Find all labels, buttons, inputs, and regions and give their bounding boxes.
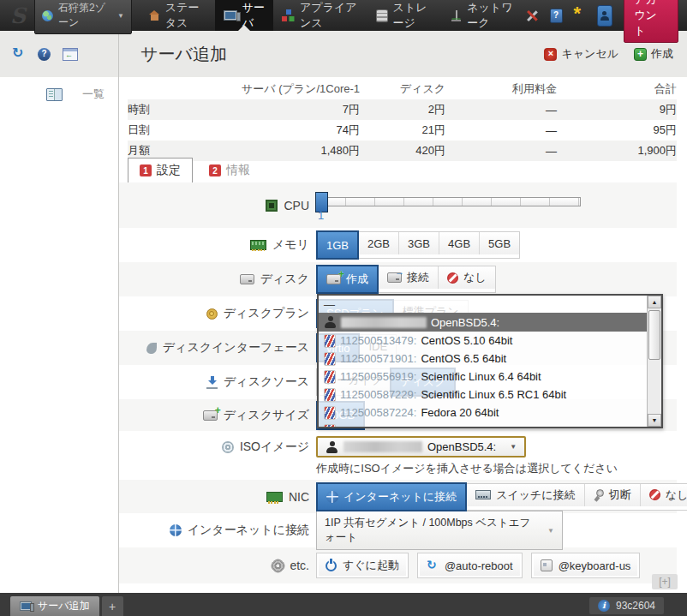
cpu-value: 1	[318, 209, 324, 222]
plug-icon	[594, 489, 604, 501]
cell: 420円	[360, 143, 445, 158]
form-row-cpu: CPU 1	[119, 182, 677, 228]
col-header-disk: ディスク	[360, 81, 445, 97]
tab-label: 設定	[157, 163, 181, 178]
disk-option-create[interactable]: 作成	[316, 265, 379, 294]
scroll-down-arrow[interactable]: ▼	[648, 414, 661, 427]
info-icon[interactable]	[598, 600, 610, 612]
create-label: 作成	[651, 46, 673, 62]
sidebar-item-list[interactable]: 一覧	[0, 77, 118, 111]
memory-option-2gb[interactable]: 2GB	[358, 232, 398, 254]
cpu-slider-track	[317, 198, 580, 206]
keyboard-us-button[interactable]: @keyboard-us	[531, 553, 641, 578]
refresh-icon[interactable]	[12, 47, 26, 61]
disk-connect-icon	[387, 272, 402, 283]
form-row-etc: etc. すぐに起動 @auto-reboot @keyboard-us	[119, 547, 677, 583]
disk-size-icon	[203, 410, 218, 421]
toolbar: サーバ追加 キャンセル 作成	[0, 31, 687, 77]
switch-icon	[475, 490, 491, 499]
manual-icon[interactable]	[550, 9, 563, 23]
nav-label: ステータス	[165, 0, 206, 31]
nav-label: ストレージ	[393, 0, 434, 31]
plus-icon	[634, 48, 647, 61]
memory-option-5gb[interactable]: 5GB	[479, 232, 519, 254]
nav-item-status[interactable]: ステータス	[140, 0, 215, 31]
no-entry-icon	[447, 272, 458, 284]
power-icon	[326, 560, 337, 571]
disk-option-connect[interactable]: 接続	[378, 266, 438, 289]
back-window-icon[interactable]	[63, 48, 78, 61]
cpu-slider[interactable]: 1	[316, 197, 581, 206]
memory-option-3gb[interactable]: 3GB	[398, 232, 439, 254]
bottom-bar: サーバ追加 + 93c2604	[0, 593, 687, 616]
bottom-tab-add-server[interactable]: サーバ追加	[10, 596, 99, 616]
list-book-icon	[46, 88, 63, 101]
memory-option-1gb[interactable]: 1GB	[316, 230, 359, 260]
memory-option-4gb[interactable]: 4GB	[439, 232, 479, 254]
iso-note: 作成時にISOイメージを挿入させる場合は選択してください	[316, 461, 618, 476]
dropdown-scrollbar[interactable]: ▲ ▼	[647, 296, 661, 427]
nav-item-network[interactable]: ネットワーク	[442, 0, 525, 31]
sidebar-item-label: 一覧	[82, 87, 105, 102]
nav-item-storage[interactable]: ストレージ	[367, 0, 443, 31]
nav-item-server[interactable]: サーバ	[215, 0, 273, 31]
dropdown-option-openbsd[interactable]: OpenBSD5.4	[319, 313, 648, 332]
auto-reboot-button[interactable]: @auto-reboot	[417, 553, 523, 578]
cell: 21円	[360, 123, 445, 138]
create-button[interactable]: 作成	[634, 46, 673, 62]
iso-image-select[interactable]: OpenBSD5.4 ▼	[316, 436, 526, 458]
disk-plan-label: ディスクプラン	[224, 306, 309, 321]
new-tab-button[interactable]: +	[102, 596, 123, 616]
nic-option-switch[interactable]: スイッチに接続	[466, 484, 584, 506]
account-button[interactable]: アカウント	[624, 0, 678, 43]
home-icon	[149, 10, 160, 21]
dropdown-option-sl65rc1[interactable]: 112500587229 Scientific Linux 6.5 RC1 64…	[319, 386, 648, 404]
tab-settings[interactable]: 1 設定	[128, 158, 193, 183]
server-icon	[20, 601, 32, 611]
start-immediately-button[interactable]: すぐに起動	[316, 553, 409, 578]
tab-info[interactable]: 2 情報	[198, 158, 261, 182]
nic-option-internet[interactable]: インターネットに接続	[316, 482, 467, 511]
nic-icon	[266, 492, 283, 502]
pricing-table: サーバ (プラン/1Core-1 ディスク 利用料金 合計 時割 7円 2円 —…	[128, 79, 677, 161]
nav-item-appliance[interactable]: アプライアンス	[273, 0, 367, 31]
dropdown-option-fedora20[interactable]: 112500587224 Fedora 20 64bit	[319, 404, 648, 422]
owner-person-icon	[326, 441, 338, 453]
disk-interface-label: ディスクインターフェース	[163, 340, 309, 356]
chevron-down-icon: ▼	[510, 443, 517, 451]
iso-archive-icon	[324, 406, 336, 420]
nav-label: ネットワーク	[467, 0, 517, 31]
nic-option-disconnect[interactable]: 切断	[584, 484, 640, 506]
memory-options: 1GB 2GB 3GB 4GB 5GB	[316, 231, 520, 259]
cancel-label: キャンセル	[561, 46, 618, 62]
dropdown-option-sl64[interactable]: 112500556919 Scientific Linux 6.4 64bit	[319, 368, 648, 386]
gear-icon	[272, 560, 284, 571]
help-icon[interactable]	[38, 48, 51, 61]
table-row-daily: 日割 74円 21円 — 95円	[128, 120, 677, 141]
network-icon	[451, 10, 462, 21]
col-header-total: 合計	[557, 81, 677, 97]
star-icon[interactable]	[574, 9, 586, 21]
dropdown-option-centos510[interactable]: 112500513479 CentOS 5.10 64bit	[319, 332, 648, 350]
nic-option-none[interactable]: なし	[640, 484, 687, 506]
scrollbar-thumb[interactable]	[648, 310, 660, 360]
user-icon	[600, 11, 610, 21]
disk-source-label: ディスクソース	[224, 374, 309, 390]
dropdown-option-centos65[interactable]: 112500571901 CentOS 6.5 64bit	[319, 350, 648, 368]
tools-icon[interactable]	[526, 9, 539, 22]
disk-option-none[interactable]: なし	[438, 266, 495, 289]
page-title: サーバ追加	[140, 43, 227, 66]
expander-button[interactable]: [+]	[652, 574, 678, 589]
scroll-up-arrow[interactable]: ▲	[648, 296, 661, 308]
zone-selector[interactable]: 石狩第2ゾーン ▼	[34, 0, 132, 34]
user-button[interactable]	[597, 5, 613, 27]
internet-icon	[326, 491, 338, 503]
cancel-button[interactable]: キャンセル	[544, 46, 618, 62]
iso-image-dropdown: — OpenBSD5.4 112500513479 CentOS 5.10 64…	[317, 294, 663, 428]
disk-options: 作成 接続 なし	[316, 266, 496, 293]
dropdown-option-empty[interactable]: —	[319, 296, 648, 313]
iso-archive-icon	[324, 352, 336, 366]
dropdown-option-freebsd91[interactable]: 112500518489 FreeBSD 9.1-RELEASE 64bit	[319, 422, 648, 427]
row-label: 日割	[128, 123, 206, 138]
internet-segment-select[interactable]: 1IP 共有セグメント / 100Mbps ベストエフォート ▼	[316, 511, 563, 550]
